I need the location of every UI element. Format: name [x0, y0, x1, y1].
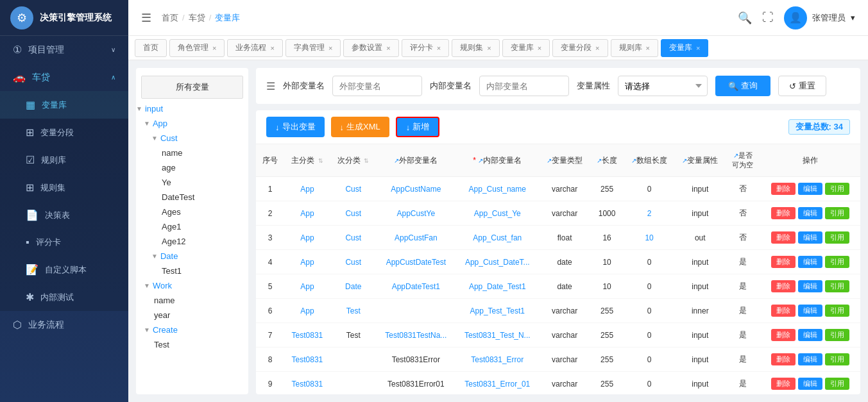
sidebar-item-project[interactable]: ① 项目管理 ∨: [0, 36, 128, 63]
edit-button[interactable]: 编辑: [798, 280, 822, 292]
ref-button[interactable]: 引用: [825, 231, 849, 244]
user-menu[interactable]: 👤 张管理员 ▾: [784, 6, 855, 29]
tab-role[interactable]: 角色管理 ×: [169, 39, 225, 57]
tree-node-create[interactable]: ▼Create: [136, 322, 248, 337]
ref-button[interactable]: 引用: [825, 183, 849, 195]
tab-close-ruledb[interactable]: ×: [646, 44, 650, 52]
tree-node-test[interactable]: Test: [136, 337, 248, 352]
delete-button[interactable]: 删除: [771, 305, 796, 317]
tab-close-workflow[interactable]: ×: [270, 44, 274, 52]
table-cell[interactable]: AppCustName: [377, 177, 455, 201]
ref-button[interactable]: 引用: [825, 305, 849, 317]
filter-list-icon[interactable]: ☰: [266, 80, 275, 92]
breadcrumb-home[interactable]: 首页: [162, 12, 178, 24]
tab-home[interactable]: 首页: [135, 39, 167, 57]
fullscreen-icon[interactable]: ⛶: [762, 11, 774, 24]
sidebar-item-script[interactable]: 📝 自定义脚本: [0, 256, 128, 283]
edit-button[interactable]: 编辑: [798, 329, 822, 341]
edit-button[interactable]: 编辑: [798, 353, 822, 365]
table-cell[interactable]: App_Cust_DateT...: [455, 250, 540, 274]
delete-button[interactable]: 删除: [771, 353, 796, 365]
table-cell[interactable]: Test0831TestNa...: [377, 323, 455, 348]
ref-button[interactable]: 引用: [825, 378, 849, 390]
delete-button[interactable]: 删除: [771, 378, 796, 390]
table-cell[interactable]: Test: [330, 299, 377, 323]
tab-close-varseg[interactable]: ×: [595, 44, 599, 52]
sidebar-item-internal[interactable]: ✱ 内部测试: [0, 283, 128, 311]
sidebar-item-workflow[interactable]: ⬡ 业务流程: [0, 311, 128, 339]
ref-button[interactable]: 引用: [825, 207, 849, 219]
edit-button[interactable]: 编辑: [798, 207, 822, 219]
table-cell[interactable]: App_Cust_name: [455, 177, 540, 201]
col-nullable[interactable]: ↗是否可为空: [726, 144, 760, 177]
ref-button[interactable]: 引用: [825, 256, 849, 268]
tree-node-ye[interactable]: Ye: [136, 175, 248, 190]
ref-button[interactable]: 引用: [825, 329, 849, 341]
col-ext[interactable]: ↗外部变量名: [377, 144, 455, 177]
table-cell[interactable]: AppCustFan: [377, 226, 455, 250]
tab-varlib[interactable]: 变量库 ×: [502, 39, 550, 57]
table-cell[interactable]: AppCustYe: [377, 201, 455, 226]
tab-close-ruleset[interactable]: ×: [487, 44, 491, 52]
tab-varlib-active[interactable]: 变量库 ×: [661, 39, 708, 57]
delete-button[interactable]: 删除: [771, 231, 796, 244]
table-cell[interactable]: App: [284, 201, 330, 226]
table-cell[interactable]: Test0831: [284, 348, 330, 372]
reset-button[interactable]: ↺ 重置: [778, 76, 826, 96]
table-cell[interactable]: App_Cust_Ye: [455, 201, 540, 226]
col-main[interactable]: 主分类 ⇅: [284, 144, 330, 177]
delete-button[interactable]: 删除: [771, 207, 796, 219]
tab-workflow[interactable]: 业务流程 ×: [227, 39, 282, 57]
table-cell[interactable]: Cust: [330, 201, 377, 226]
table-cell[interactable]: App_Cust_fan: [455, 226, 540, 250]
table-cell[interactable]: App: [284, 250, 330, 274]
tab-params[interactable]: 参数设置 ×: [343, 39, 398, 57]
table-cell[interactable]: Test0831_Test_N...: [455, 323, 540, 348]
tree-node-input[interactable]: ▼input: [136, 101, 248, 116]
tab-ruledb[interactable]: 规则库 ×: [611, 39, 658, 57]
edit-button[interactable]: 编辑: [798, 305, 822, 317]
tree-node-ages[interactable]: Ages: [136, 205, 248, 219]
sidebar-item-ruleset[interactable]: ☑ 规则库: [0, 146, 128, 174]
external-var-input[interactable]: [332, 76, 422, 96]
sidebar-item-varseg[interactable]: ⊞ 变量分段: [0, 119, 128, 146]
sidebar-item-score[interactable]: ▪ 评分卡: [0, 229, 128, 256]
breadcrumb-carloan[interactable]: 车贷: [189, 12, 205, 24]
table-cell[interactable]: App: [284, 226, 330, 250]
col-sub[interactable]: 次分类 ⇅: [330, 144, 377, 177]
table-cell[interactable]: Test0831_Error: [455, 348, 540, 372]
table-cell[interactable]: AppCustDateTest: [377, 250, 455, 274]
sidebar-item-decision[interactable]: 📄 决策表: [0, 201, 128, 229]
tree-node-date[interactable]: ▼Date: [136, 249, 248, 264]
table-cell[interactable]: App: [284, 177, 330, 201]
table-cell[interactable]: Test0831_Error_01: [455, 372, 540, 395]
sidebar-item-variable[interactable]: ▦ 变量库: [0, 91, 128, 119]
all-variables-btn[interactable]: 所有变量: [141, 76, 243, 99]
delete-button[interactable]: 删除: [771, 183, 796, 195]
edit-button[interactable]: 编辑: [798, 256, 822, 268]
tree-node-cust[interactable]: ▼Cust: [136, 131, 248, 146]
tree-node-age1[interactable]: Age1: [136, 219, 248, 234]
col-type[interactable]: ↗变量类型: [540, 144, 590, 177]
tab-close-params[interactable]: ×: [386, 44, 390, 52]
tree-node-age12[interactable]: Age12: [136, 234, 248, 249]
table-cell[interactable]: App_Date_Test1: [455, 274, 540, 299]
tree-node-work[interactable]: ▼Work: [136, 278, 248, 293]
menu-toggle-icon[interactable]: ☰: [141, 11, 151, 25]
tab-scorecard[interactable]: 评分卡 ×: [402, 39, 449, 57]
table-cell[interactable]: 2: [624, 201, 675, 226]
table-cell[interactable]: Cust: [330, 177, 377, 201]
col-len[interactable]: ↗长度: [590, 144, 624, 177]
tab-dict[interactable]: 字典管理 ×: [285, 39, 341, 57]
sidebar-item-carloan[interactable]: 🚗 车贷 ∧: [0, 63, 128, 91]
sidebar-item-rules[interactable]: ⊞ 规则集: [0, 174, 128, 201]
table-cell[interactable]: Cust: [330, 250, 377, 274]
delete-button[interactable]: 删除: [771, 256, 796, 268]
tree-node-name[interactable]: name: [136, 146, 248, 160]
delete-button[interactable]: 删除: [771, 280, 796, 292]
tab-close-varlib-active[interactable]: ×: [696, 44, 700, 52]
edit-button[interactable]: 编辑: [798, 231, 822, 244]
table-cell[interactable]: Cust: [330, 226, 377, 250]
internal-var-input[interactable]: [479, 76, 569, 96]
search-icon[interactable]: 🔍: [738, 11, 752, 25]
